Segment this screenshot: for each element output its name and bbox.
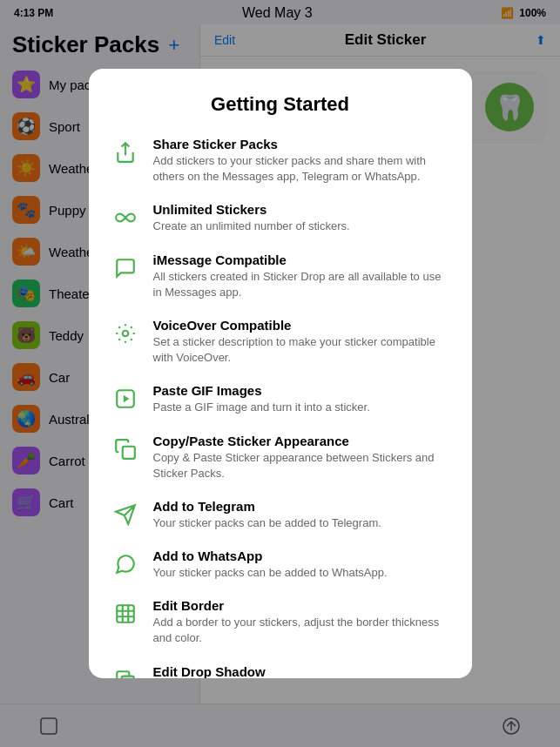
feature-item-voiceover: VoiceOver Compatible Set a sticker descr…: [110, 318, 451, 366]
feature-icon-unlimited: [110, 202, 141, 233]
feature-title-shadow: Edit Drop Shadow: [153, 664, 451, 678]
feature-desc-whatsapp: Your sticker packs can be added to Whats…: [153, 565, 451, 581]
feature-desc-gif: Paste a GIF image and turn it into a sti…: [153, 400, 451, 415]
feature-item-gif: Paste GIF Images Paste a GIF image and t…: [110, 383, 451, 415]
feature-icon-telegram: [110, 499, 141, 530]
feature-desc-imessage: All stickers created in Sticker Drop are…: [153, 269, 451, 300]
feature-icon-shadow: [110, 664, 141, 678]
getting-started-modal: Getting Started Share Sticker Packs Add …: [89, 69, 472, 678]
feature-text-voiceover: VoiceOver Compatible Set a sticker descr…: [153, 318, 451, 366]
feature-desc-unlimited: Create an unlimited number of stickers.: [153, 219, 451, 234]
feature-text-gif: Paste GIF Images Paste a GIF image and t…: [153, 383, 451, 415]
svg-rect-5: [122, 446, 134, 458]
feature-text-copy-paste: Copy/Paste Sticker Appearance Copy & Pas…: [153, 434, 451, 481]
feature-icon-copy-paste: [110, 434, 141, 465]
feature-title-border: Edit Border: [153, 598, 451, 613]
svg-point-2: [122, 331, 128, 337]
feature-text-border: Edit Border Add a border to your sticker…: [153, 598, 451, 646]
feature-icon-voiceover: [110, 318, 141, 349]
modal-overlay[interactable]: Getting Started Share Sticker Packs Add …: [0, 0, 560, 747]
features-list: Share Sticker Packs Add stickers to your…: [110, 137, 451, 678]
feature-item-whatsapp: Add to WhatsApp Your sticker packs can b…: [110, 548, 451, 581]
feature-title-voiceover: VoiceOver Compatible: [153, 318, 451, 333]
feature-icon-border: [110, 598, 141, 629]
feature-icon-whatsapp: [110, 548, 141, 580]
feature-text-whatsapp: Add to WhatsApp Your sticker packs can b…: [153, 548, 451, 581]
modal-title: Getting Started: [110, 93, 451, 116]
feature-item-unlimited: Unlimited Stickers Create an unlimited n…: [110, 202, 451, 234]
feature-item-imessage: iMessage Compatible All stickers created…: [110, 252, 451, 300]
feature-desc-voiceover: Set a sticker description to make your s…: [153, 334, 451, 366]
feature-text-imessage: iMessage Compatible All stickers created…: [153, 252, 451, 300]
feature-icon-share: [110, 137, 141, 168]
feature-icon-gif: [110, 383, 141, 414]
feature-item-telegram: Add to Telegram Your sticker packs can b…: [110, 499, 451, 531]
feature-title-imessage: iMessage Compatible: [153, 252, 451, 267]
feature-desc-telegram: Your sticker packs can be added to Teleg…: [153, 515, 451, 531]
feature-title-share: Share Sticker Packs: [153, 137, 451, 151]
feature-title-telegram: Add to Telegram: [153, 499, 451, 514]
feature-title-copy-paste: Copy/Paste Sticker Appearance: [153, 434, 451, 448]
svg-marker-4: [123, 395, 129, 403]
feature-item-shadow: Edit Drop Shadow Does your sticker blend…: [110, 664, 451, 678]
svg-rect-6: [117, 606, 134, 623]
feature-icon-imessage: [110, 252, 141, 284]
feature-title-unlimited: Unlimited Stickers: [153, 202, 451, 217]
feature-title-gif: Paste GIF Images: [153, 383, 451, 398]
feature-item-copy-paste: Copy/Paste Sticker Appearance Copy & Pas…: [110, 434, 451, 481]
feature-desc-copy-paste: Copy & Paste Sticker appearance between …: [153, 450, 451, 481]
feature-text-unlimited: Unlimited Stickers Create an unlimited n…: [153, 202, 451, 234]
feature-text-telegram: Add to Telegram Your sticker packs can b…: [153, 499, 451, 531]
feature-desc-share: Add stickers to your sticker packs and s…: [153, 153, 451, 185]
feature-item-share: Share Sticker Packs Add stickers to your…: [110, 137, 451, 185]
feature-desc-border: Add a border to your stickers, adjust th…: [153, 615, 451, 646]
feature-title-whatsapp: Add to WhatsApp: [153, 548, 451, 563]
feature-text-shadow: Edit Drop Shadow Does your sticker blend…: [153, 664, 451, 678]
svg-rect-8: [121, 676, 133, 678]
feature-item-border: Edit Border Add a border to your sticker…: [110, 598, 451, 646]
feature-text-share: Share Sticker Packs Add stickers to your…: [153, 137, 451, 185]
